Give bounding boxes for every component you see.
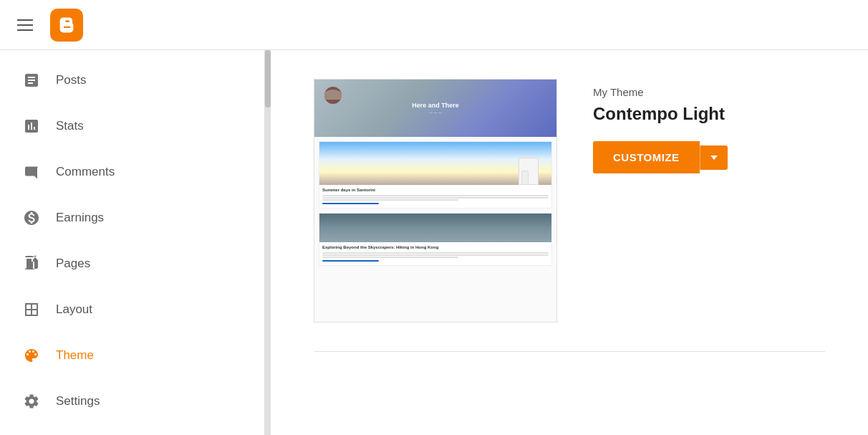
scrollbar-thumb[interactable] xyxy=(265,50,271,107)
blog-post-title-1: Summer days in Santorini xyxy=(319,185,551,193)
sidebar-label-stats: Stats xyxy=(56,119,84,133)
blog-post-read-more xyxy=(322,260,379,262)
blog-post-image-2 xyxy=(319,214,551,242)
sidebar: Posts Stats Comments xyxy=(0,50,265,435)
sidebar-label-theme: Theme xyxy=(56,348,94,363)
content-area: Here and There — — — Summer days in Sant… xyxy=(271,50,868,435)
sidebar-item-settings[interactable]: Settings xyxy=(0,378,264,424)
blog-post-preview-2: Exploring Beyond the Skyscrapers: Hiking… xyxy=(319,213,552,266)
my-theme-label: My Theme xyxy=(593,86,825,98)
chevron-down-icon xyxy=(710,156,718,160)
customize-dropdown-button[interactable] xyxy=(700,145,728,170)
customize-btn-group: CUSTOMIZE xyxy=(593,141,825,173)
blog-preview-avatar xyxy=(324,87,342,104)
blog-post-title-2: Exploring Beyond the Skyscrapers: Hiking… xyxy=(319,242,551,251)
sidebar-item-stats[interactable]: Stats xyxy=(0,103,264,149)
sidebar-label-layout: Layout xyxy=(56,302,92,317)
pages-icon xyxy=(21,254,42,274)
bottom-divider xyxy=(314,351,825,352)
blog-post-line xyxy=(322,254,549,256)
blog-post-lines-2 xyxy=(319,251,551,265)
sidebar-label-pages: Pages xyxy=(56,257,90,271)
sidebar-label-earnings: Earnings xyxy=(56,211,104,225)
blog-post-line xyxy=(322,252,549,254)
blog-post-preview-1: Summer days in Santorini xyxy=(319,141,552,209)
hamburger-button[interactable] xyxy=(11,14,39,37)
header xyxy=(0,0,868,50)
posts-icon xyxy=(21,70,42,90)
blog-post-image-1 xyxy=(319,142,551,185)
blog-preview-title: Here and There xyxy=(412,102,459,109)
blog-preview-header: Here and There — — — xyxy=(314,80,556,137)
main-container: Posts Stats Comments xyxy=(0,50,868,435)
sidebar-item-pages[interactable]: Pages xyxy=(0,241,264,287)
sidebar-item-layout[interactable]: Layout xyxy=(0,287,264,333)
blog-preview: Here and There — — — Summer days in Sant… xyxy=(314,80,556,322)
sidebar-label-settings: Settings xyxy=(56,394,100,408)
theme-name: Contempo Light xyxy=(593,104,825,124)
theme-info: My Theme Contempo Light CUSTOMIZE xyxy=(593,79,825,173)
theme-preview-image: Here and There — — — Summer days in Sant… xyxy=(314,79,557,322)
earnings-icon xyxy=(21,208,42,228)
blogger-logo xyxy=(50,9,83,42)
customize-button[interactable]: CUSTOMIZE xyxy=(593,141,700,173)
blog-preview-body: Summer days in Santorini Exploring xyxy=(314,137,556,322)
sidebar-label-posts: Posts xyxy=(56,73,87,87)
blog-post-line xyxy=(322,199,458,201)
theme-preview-section: Here and There — — — Summer days in Sant… xyxy=(314,79,825,322)
sidebar-item-theme[interactable]: Theme xyxy=(0,333,264,378)
comments-icon xyxy=(21,162,42,182)
sidebar-item-earnings[interactable]: Earnings xyxy=(0,195,264,241)
stats-icon xyxy=(21,116,42,136)
layout-icon xyxy=(21,300,42,320)
blog-post-lines-1 xyxy=(319,193,551,208)
blog-post-line xyxy=(322,197,549,199)
sidebar-item-comments[interactable]: Comments xyxy=(0,149,264,195)
blog-post-line xyxy=(322,257,458,258)
sidebar-item-posts[interactable]: Posts xyxy=(0,57,264,103)
scrollbar-track[interactable] xyxy=(265,50,271,435)
sidebar-label-comments: Comments xyxy=(56,165,115,179)
blog-preview-subtitle: — — — xyxy=(429,110,442,115)
settings-icon xyxy=(21,391,42,411)
blog-post-read-more xyxy=(322,203,379,204)
theme-icon xyxy=(21,345,42,365)
blog-post-line xyxy=(322,195,549,196)
